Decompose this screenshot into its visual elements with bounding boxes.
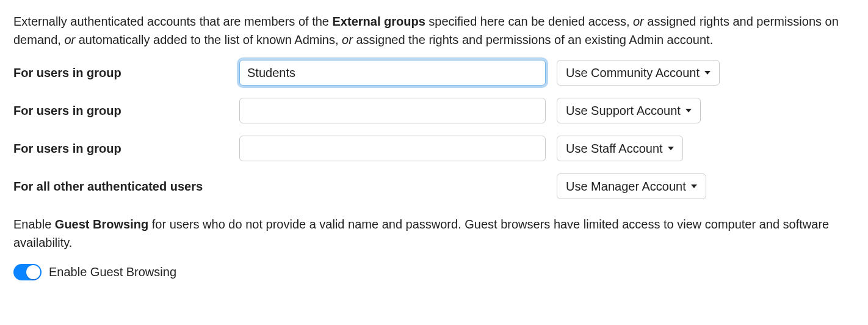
group-action-dropdown[interactable]: Use Staff Account: [557, 136, 683, 161]
group-rule-row: For users in group Use Community Account: [13, 60, 855, 86]
other-users-label: For all other authenticated users: [13, 177, 546, 195]
group-rule-label: For users in group: [13, 139, 228, 158]
group-name-input[interactable]: [239, 60, 546, 86]
group-name-input[interactable]: [239, 98, 546, 123]
group-name-input[interactable]: [239, 136, 546, 161]
caret-down-icon: [685, 109, 692, 112]
caret-down-icon: [704, 71, 711, 75]
other-users-action-dropdown[interactable]: Use Manager Account: [557, 173, 706, 199]
other-users-row: For all other authenticated users Use Ma…: [13, 173, 855, 199]
intro-bold-external-groups: External groups: [333, 15, 425, 28]
guest-browsing-toggle[interactable]: [13, 264, 42, 280]
guest-browsing-intro: Enable Guest Browsing for users who do n…: [13, 215, 855, 252]
toggle-knob: [26, 265, 40, 279]
intro-or: or: [64, 33, 75, 46]
group-rule-row: For users in group Use Support Account: [13, 98, 855, 123]
group-rule-label: For users in group: [13, 101, 228, 120]
guest-bold: Guest Browsing: [55, 217, 148, 231]
guest-browsing-toggle-row: Enable Guest Browsing: [13, 263, 855, 281]
dropdown-label: Use Manager Account: [566, 177, 686, 195]
intro-or: or: [342, 33, 353, 46]
caret-down-icon: [691, 184, 697, 188]
intro-text: Externally authenticated accounts that a…: [13, 15, 333, 28]
dropdown-label: Use Support Account: [566, 101, 681, 120]
group-action-dropdown[interactable]: Use Support Account: [557, 98, 701, 123]
intro-text: assigned the rights and permissions of a…: [353, 33, 713, 46]
dropdown-label: Use Staff Account: [566, 139, 663, 158]
intro-or: or: [633, 15, 644, 28]
external-groups-intro: Externally authenticated accounts that a…: [13, 12, 855, 49]
caret-down-icon: [668, 147, 674, 150]
group-action-dropdown[interactable]: Use Community Account: [557, 60, 720, 86]
intro-text: automatically added to the list of known…: [75, 33, 342, 46]
dropdown-label: Use Community Account: [566, 64, 700, 82]
intro-text: specified here can be denied access,: [425, 15, 633, 28]
guest-browsing-toggle-label: Enable Guest Browsing: [49, 263, 176, 281]
guest-text: Enable: [13, 217, 55, 231]
group-rules-section: For users in group Use Community Account…: [13, 60, 855, 199]
group-rule-row: For users in group Use Staff Account: [13, 136, 855, 161]
group-rule-label: For users in group: [13, 64, 228, 82]
